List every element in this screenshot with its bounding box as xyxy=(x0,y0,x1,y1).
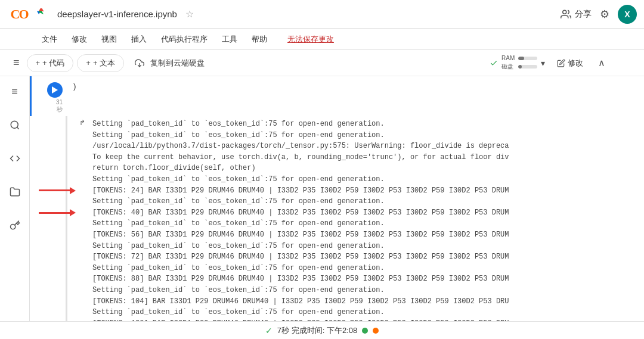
output-text: Setting `pad_token_id` to `eos_token_id`… xyxy=(92,130,385,141)
status-dot-green xyxy=(362,328,368,334)
output-text: [TOKENS: 56] BAR I33D1 P29 DRUM46 DRUM40… xyxy=(92,229,509,241)
settings-button[interactable]: ⚙ xyxy=(600,8,609,21)
output-area: ↱Setting `pad_token_id` to `eos_token_id… xyxy=(30,116,644,321)
menu-file[interactable]: 文件 xyxy=(36,32,63,47)
menu-tools[interactable]: 工具 xyxy=(216,32,243,47)
output-line-row: [TOKENS: 104] BAR I33D1 P29 DRUM46 DRUM4… xyxy=(79,296,639,307)
edit-label: 修改 xyxy=(568,58,583,69)
output-text: Setting `pad_token_id` to `eos_token_id`… xyxy=(92,285,385,296)
disk-label: 磁盘 xyxy=(501,63,516,71)
output-line-row: [TOKENS: 40] BAR I33D1 P29 DRUM46 DRUM40… xyxy=(79,207,639,219)
output-text: Setting `pad_token_id` to `eos_token_id`… xyxy=(92,119,385,130)
cell-gutter: 31秒 xyxy=(32,79,67,114)
output-line-row: Setting `pad_token_id` to `eos_token_id`… xyxy=(79,130,639,141)
cell-area[interactable]: 31秒 ) ↱Setting `pad_token_id` to `eos_to… xyxy=(30,76,644,321)
output-line-row: Setting `pad_token_id` to `eos_token_id`… xyxy=(79,307,639,318)
ram-label: RAM xyxy=(501,55,516,61)
output-line-row: Setting `pad_token_id` to `eos_token_id`… xyxy=(79,285,639,296)
drive-icon xyxy=(37,8,49,20)
output-text: [TOKENS: 40] BAR I33D1 P29 DRUM46 DRUM40… xyxy=(92,207,509,219)
copy-cloud-label: 复制到云端硬盘 xyxy=(150,58,205,69)
output-line-row: [TOKENS: 56] BAR I33D1 P29 DRUM46 DRUM40… xyxy=(79,229,639,241)
output-line-row: Setting `pad_token_id` to `eos_token_id`… xyxy=(79,241,639,252)
menu-edit[interactable]: 修改 xyxy=(66,32,93,47)
menu-runtime[interactable]: 代码执行程序 xyxy=(155,32,213,47)
statusbar: ✓ 7秒 完成时间: 下午2:08 xyxy=(0,321,644,339)
code-cell: 31秒 ) xyxy=(30,76,644,116)
output-line-row: [TOKENS: 24] BAR I33D1 P29 DRUM46 DRUM40… xyxy=(79,185,639,197)
output-line-row: Setting `pad_token_id` to `eos_token_id`… xyxy=(79,196,639,207)
menu-toggle-button[interactable]: ≡ xyxy=(6,52,27,74)
colab-logo: CO xyxy=(7,4,31,25)
output-line-row: [TOKENS: 72] BAR I33D1 P29 DRUM46 DRUM40… xyxy=(79,251,639,263)
topbar: CO deepslayer-v1-inference.ipynb ☆ 分享 ⚙ … xyxy=(0,0,644,29)
output-text: [TOKENS: 104] BAR I33D1 P29 DRUM46 DRUM4… xyxy=(92,296,509,307)
output-expand-icon[interactable]: ↱ xyxy=(79,119,88,127)
output-text: Setting `pad_token_id` to `eos_token_id`… xyxy=(92,174,385,185)
output-text: [TOKENS: 24] BAR I33D1 P29 DRUM46 DRUM40… xyxy=(92,185,509,197)
pencil-icon xyxy=(557,59,565,67)
sidebar-key-icon[interactable] xyxy=(4,214,26,236)
red-arrow xyxy=(39,187,76,194)
status-checkmark: ✓ xyxy=(265,326,273,335)
output-text: [TOKENS: 88] BAR I33D1 P29 DRUM46 DRUM40… xyxy=(92,273,509,285)
output-line-row: ↱Setting `pad_token_id` to `eos_token_id… xyxy=(79,119,639,130)
collapse-button[interactable]: ∧ xyxy=(595,54,608,71)
output-text: Setting `pad_token_id` to `eos_token_id`… xyxy=(92,218,385,229)
svg-line-3 xyxy=(17,127,18,129)
output-text: Setting `pad_token_id` to `eos_token_id`… xyxy=(92,196,385,207)
output-text: Setting `pad_token_id` to `eos_token_id`… xyxy=(92,307,385,318)
cell-code[interactable]: ) xyxy=(67,79,644,96)
menu-insert[interactable]: 插入 xyxy=(125,32,153,47)
menu-save-warning[interactable]: 无法保存更改 xyxy=(281,32,340,47)
sidebar-code-icon[interactable] xyxy=(4,148,26,169)
menu-view[interactable]: 视图 xyxy=(95,32,123,47)
star-icon[interactable]: ☆ xyxy=(185,8,194,20)
ram-dropdown-button[interactable]: ▾ xyxy=(541,58,545,68)
output-text: To keep the current behavior, use torch.… xyxy=(92,152,509,163)
output-lines: ↱Setting `pad_token_id` to `eos_token_id… xyxy=(66,116,644,321)
add-text-label: + 文本 xyxy=(93,58,115,69)
toolbar: ≡ + + 代码 + + 文本 复制到云端硬盘 RAM xyxy=(0,50,644,76)
code-text: ) xyxy=(72,81,639,94)
main-content: ≡ xyxy=(0,76,644,321)
sidebar: ≡ xyxy=(0,76,30,321)
check-icon xyxy=(490,59,498,67)
output-line-row: Setting `pad_token_id` to `eos_token_id`… xyxy=(79,174,639,185)
svg-point-0 xyxy=(563,10,566,14)
output-text: Setting `pad_token_id` to `eos_token_id`… xyxy=(92,263,385,274)
output-line-row: Setting `pad_token_id` to `eos_token_id`… xyxy=(79,263,639,274)
menubar: 文件 修改 视图 插入 代码执行程序 工具 帮助 无法保存更改 xyxy=(0,29,644,50)
add-text-button[interactable]: + + 文本 xyxy=(77,54,124,72)
status-text: 7秒 完成时间: 下午2:08 xyxy=(277,325,357,336)
output-text: Setting `pad_token_id` to `eos_token_id`… xyxy=(92,241,385,252)
edit-button[interactable]: 修改 xyxy=(551,55,589,71)
sidebar-files-icon[interactable] xyxy=(4,181,26,203)
avatar[interactable]: X xyxy=(618,5,637,24)
add-code-button[interactable]: + + 代码 xyxy=(27,54,74,72)
toolbar-left: ≡ + + 代码 + + 文本 复制到云端硬盘 xyxy=(6,52,490,74)
sidebar-menu-icon[interactable]: ≡ xyxy=(4,81,26,102)
output-text: return torch.floor_divide(self, other) xyxy=(92,163,256,174)
svg-point-2 xyxy=(11,121,18,128)
share-button[interactable]: 分享 xyxy=(561,9,592,20)
svg-marker-4 xyxy=(52,86,58,94)
output-line-row: return torch.floor_divide(self, other) xyxy=(79,163,639,174)
menu-help[interactable]: 帮助 xyxy=(246,32,273,47)
run-button[interactable] xyxy=(47,82,63,98)
output-text: /usr/local/lib/python3.7/dist-packages/t… xyxy=(92,141,509,152)
topbar-right: 分享 ⚙ X xyxy=(561,5,637,24)
status-dot-orange xyxy=(373,328,379,334)
plus-icon: + xyxy=(36,58,41,67)
output-text: [TOKENS: 72] BAR I33D1 P29 DRUM46 DRUM40… xyxy=(92,251,509,263)
cell-execution-time: 31秒 xyxy=(56,99,63,114)
share-label: 分享 xyxy=(575,9,592,20)
ram-section: RAM 磁盘 ▾ xyxy=(490,55,545,71)
output-line-row: [TOKENS: 88] BAR I33D1 P29 DRUM46 DRUM40… xyxy=(79,273,639,285)
output-line-row: Setting `pad_token_id` to `eos_token_id`… xyxy=(79,218,639,229)
notebook-title: deepslayer-v1-inference.ipynb xyxy=(57,9,177,19)
add-code-label: + 代码 xyxy=(42,58,64,69)
copy-to-drive-button[interactable]: 复制到云端硬盘 xyxy=(128,55,212,71)
sidebar-search-icon[interactable] xyxy=(4,114,26,136)
ram-disk-bars: RAM 磁盘 xyxy=(501,55,537,71)
